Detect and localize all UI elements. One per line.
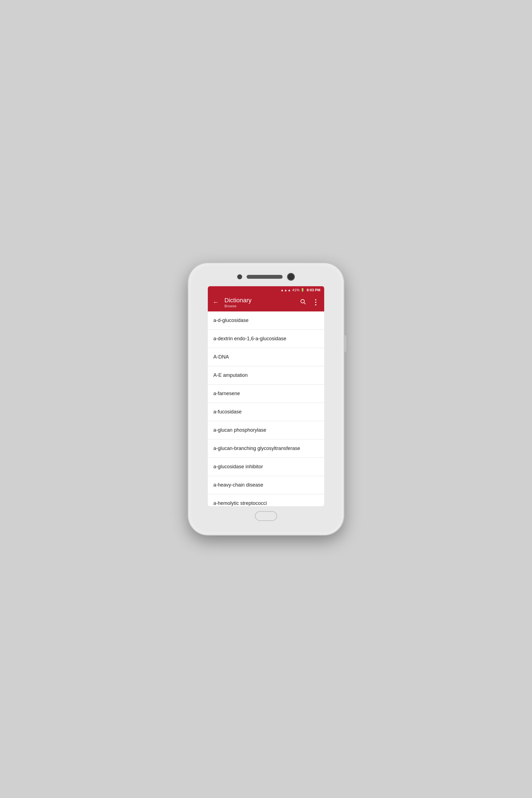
list-item[interactable]: a-dextrin endo-1,6-a-glucosidase (208, 330, 324, 348)
svg-line-1 (304, 303, 305, 304)
app-bar: ← Dictionary Browse ⋮ (208, 294, 324, 311)
camera-dot (287, 273, 295, 281)
list-item[interactable]: a-glucan phosphorylase (208, 421, 324, 439)
dictionary-list: a-d-glucosidasea-dextrin endo-1,6-a-gluc… (208, 311, 324, 506)
time-text: 8:03 PM (307, 288, 320, 292)
signal-icon: ▲▲▲ (280, 288, 291, 292)
sensor-dot-left (237, 274, 242, 279)
phone-frame: ▲▲▲ 41% 🔋 8:03 PM ← Dictionary Browse (188, 263, 344, 535)
phone-sensors (194, 271, 338, 282)
list-item[interactable]: a-fucosidase (208, 403, 324, 421)
list-item[interactable]: a-hemolytic streptococci (208, 494, 324, 506)
search-button[interactable] (299, 297, 307, 307)
dictionary-list-container[interactable]: a-d-glucosidasea-dextrin endo-1,6-a-gluc… (208, 311, 324, 506)
list-item[interactable]: a-d-glucosidase (208, 311, 324, 330)
status-bar: ▲▲▲ 41% 🔋 8:03 PM (208, 286, 324, 294)
phone-screen: ▲▲▲ 41% 🔋 8:03 PM ← Dictionary Browse (208, 286, 324, 506)
list-item[interactable]: A-E amputation (208, 366, 324, 385)
list-item[interactable]: a-heavy-chain disease (208, 476, 324, 494)
app-subtitle: Browse (225, 304, 296, 308)
battery-text: 41% (292, 288, 300, 292)
app-title: Dictionary (225, 297, 296, 304)
list-item[interactable]: a-glucosidase inhibitor (208, 458, 324, 476)
app-bar-actions: ⋮ (299, 297, 320, 308)
battery-icon: 🔋 (301, 288, 305, 292)
back-button[interactable]: ← (212, 298, 220, 307)
speaker-bar (247, 275, 283, 279)
home-button[interactable] (255, 511, 277, 521)
list-item[interactable]: A-DNA (208, 348, 324, 366)
more-options-button[interactable]: ⋮ (311, 297, 320, 308)
list-item[interactable]: a-glucan-branching glycosyltransferase (208, 439, 324, 458)
volume-button[interactable] (344, 335, 346, 352)
status-icons: ▲▲▲ 41% 🔋 8:03 PM (280, 288, 320, 292)
list-item[interactable]: a-farnesene (208, 385, 324, 403)
app-bar-title-group: Dictionary Browse (225, 297, 296, 308)
